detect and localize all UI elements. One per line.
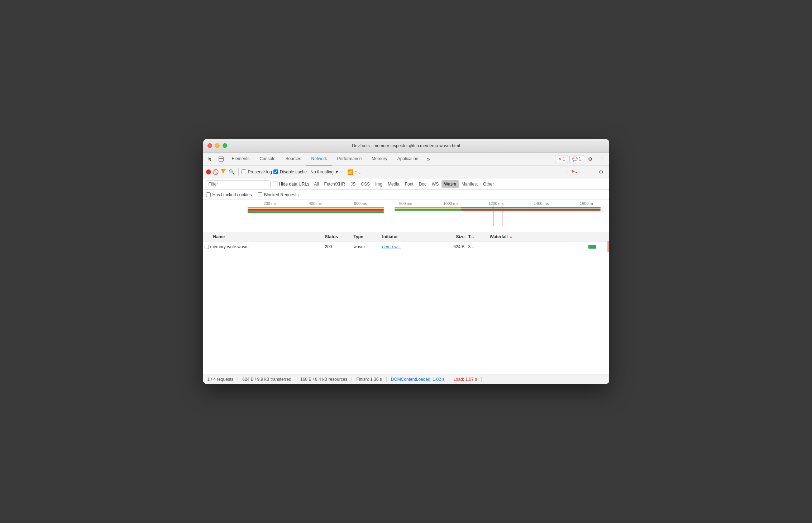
clear-btn[interactable]: 🚫 bbox=[212, 169, 218, 175]
transferred-status: 624 B / 9.9 kB transferred bbox=[238, 377, 296, 382]
col-time-header[interactable]: T... bbox=[468, 234, 490, 239]
download-icon: ↓ bbox=[359, 169, 361, 175]
errors-count: 1 bbox=[563, 157, 565, 162]
timeline-label-1400: 1400 ms bbox=[519, 201, 564, 206]
filter-js[interactable]: JS bbox=[348, 180, 358, 188]
dock-icon-btn[interactable] bbox=[216, 154, 226, 164]
top-toolbar: Elements Console Sources Network Perform… bbox=[203, 153, 609, 165]
tab-bar: Elements Console Sources Network Perform… bbox=[227, 153, 555, 165]
row-checkbox[interactable] bbox=[203, 245, 210, 249]
table-header: Name Status Type Initiator Size T... bbox=[203, 232, 609, 241]
search-btn[interactable]: 🔍 bbox=[228, 168, 235, 176]
col-initiator-header[interactable]: Initiator bbox=[382, 234, 425, 239]
load-status: Load: 1.07 s bbox=[449, 377, 482, 382]
tab-memory[interactable]: Memory bbox=[367, 153, 392, 165]
warnings-count: 1 bbox=[579, 157, 581, 162]
filter-doc[interactable]: Doc bbox=[416, 180, 429, 188]
more-options-btn[interactable]: ⋮ bbox=[597, 154, 607, 164]
timeline: 200 ms 400 ms 600 ms 800 ms 1000 ms 1200… bbox=[203, 200, 609, 232]
devtools-window: DevTools - memory-inspector.glitch.me/de… bbox=[203, 139, 609, 384]
timeline-label-800: 800 ms bbox=[383, 201, 428, 206]
throttle-dropdown-icon: ▼ bbox=[335, 169, 339, 174]
tab-console[interactable]: Console bbox=[255, 153, 281, 165]
wifi-icon: 📶 bbox=[347, 169, 353, 175]
preserve-log-label[interactable]: Preserve log bbox=[242, 169, 272, 174]
filter-type-btns: All Fetch/XHR JS CSS Img Media Font Doc … bbox=[311, 180, 606, 188]
col-status-header[interactable]: Status bbox=[325, 234, 354, 239]
filter-ws[interactable]: WS bbox=[429, 180, 441, 188]
col-size-header[interactable]: Size bbox=[425, 234, 468, 239]
warnings-badge-btn[interactable]: 💬 1 bbox=[569, 155, 584, 163]
blocked-requests-label[interactable]: Blocked Requests bbox=[258, 192, 299, 197]
disable-cache-label[interactable]: Disable cache bbox=[273, 169, 307, 174]
filter-btn[interactable] bbox=[220, 168, 227, 176]
cursor-icon bbox=[208, 157, 213, 162]
record-btn[interactable] bbox=[206, 169, 211, 174]
window-title: DevTools - memory-inspector.glitch.me/de… bbox=[352, 143, 460, 148]
row-select-checkbox[interactable] bbox=[205, 245, 209, 249]
dock-icon bbox=[219, 157, 224, 162]
throttling-select[interactable]: No throttling ▼ bbox=[308, 169, 341, 175]
cursor-icon-btn[interactable] bbox=[205, 154, 215, 164]
svg-marker-2 bbox=[221, 169, 226, 173]
table-row[interactable]: memory-write.wasm 200 wasm demo-w... 624… bbox=[203, 241, 609, 252]
has-blocked-cookies-label[interactable]: Has blocked cookies bbox=[206, 192, 252, 197]
filter-media[interactable]: Media bbox=[385, 180, 402, 188]
finish-status: Finish: 1.36 s bbox=[352, 377, 386, 382]
filter-font[interactable]: Font bbox=[402, 180, 416, 188]
filter-other[interactable]: Other bbox=[481, 180, 496, 188]
svg-rect-3 bbox=[248, 207, 384, 208]
timeline-label-1600: 1600 m bbox=[564, 201, 609, 206]
chat-icon: 💬 bbox=[572, 157, 578, 162]
row-time: 3... bbox=[468, 244, 490, 249]
filter-css[interactable]: CSS bbox=[358, 180, 372, 188]
waterfall-orange-line bbox=[607, 241, 608, 252]
minimize-button[interactable] bbox=[215, 143, 220, 148]
col-waterfall-header[interactable]: Waterfall ▲ bbox=[490, 234, 609, 239]
tab-application[interactable]: Application bbox=[392, 153, 424, 165]
more-tabs-btn[interactable]: » bbox=[423, 154, 433, 164]
network-settings-btn[interactable]: ⚙ bbox=[596, 167, 606, 177]
disable-cache-checkbox[interactable] bbox=[273, 169, 278, 174]
blocked-requests-checkbox[interactable] bbox=[258, 192, 262, 197]
settings-btn[interactable]: ⚙ bbox=[586, 154, 596, 164]
waterfall-green-bar bbox=[588, 245, 596, 249]
tab-performance[interactable]: Performance bbox=[332, 153, 367, 165]
status-bar: 1 / 4 requests 624 B / 9.9 kB transferre… bbox=[203, 374, 609, 384]
col-name-header[interactable]: Name bbox=[203, 234, 325, 239]
row-waterfall bbox=[490, 241, 609, 252]
hide-data-urls-label[interactable]: Hide data URLs bbox=[273, 182, 310, 187]
filter-img[interactable]: Img bbox=[373, 180, 385, 188]
timeline-label-600: 600 ms bbox=[338, 201, 383, 206]
errors-badge-btn[interactable]: ✕ 1 bbox=[555, 155, 568, 163]
filter-manifest[interactable]: Manifest bbox=[459, 180, 480, 188]
filter-all[interactable]: All bbox=[311, 180, 321, 188]
filter-wasm[interactable]: Wasm bbox=[441, 180, 459, 188]
maximize-button[interactable] bbox=[223, 143, 227, 148]
has-blocked-cookies-checkbox[interactable] bbox=[206, 192, 211, 197]
tab-sources[interactable]: Sources bbox=[281, 153, 306, 165]
hide-data-urls-checkbox[interactable] bbox=[273, 182, 277, 186]
separator-2 bbox=[344, 168, 344, 176]
filter-input[interactable] bbox=[206, 180, 271, 188]
close-button[interactable] bbox=[207, 143, 212, 148]
filter-bar: Hide data URLs All Fetch/XHR JS CSS Img … bbox=[203, 178, 609, 190]
network-toolbar: 🚫 🔍 Preserve log Disable cache No thrott… bbox=[203, 165, 609, 178]
preserve-log-checkbox[interactable] bbox=[242, 169, 246, 174]
tab-network[interactable]: Network bbox=[306, 153, 332, 165]
upload-icon: ↑ bbox=[355, 169, 357, 175]
col-type-header[interactable]: Type bbox=[354, 234, 382, 239]
timeline-label-400: 400 ms bbox=[293, 201, 338, 206]
titlebar: DevTools - memory-inspector.glitch.me/de… bbox=[203, 139, 609, 153]
checkbox-row: Has blocked cookies Blocked Requests bbox=[203, 190, 609, 200]
row-status: 200 bbox=[325, 244, 354, 249]
separator-1 bbox=[238, 168, 239, 176]
row-initiator[interactable]: demo-w... bbox=[382, 244, 425, 249]
requests-status: 1 / 4 requests bbox=[207, 377, 238, 382]
tab-elements[interactable]: Elements bbox=[227, 153, 255, 165]
timeline-svg bbox=[248, 206, 609, 226]
svg-rect-8 bbox=[461, 207, 601, 208]
filter-fetch-xhr[interactable]: Fetch/XHR bbox=[322, 180, 348, 188]
row-size: 624 B bbox=[425, 244, 468, 249]
svg-rect-4 bbox=[248, 209, 384, 211]
